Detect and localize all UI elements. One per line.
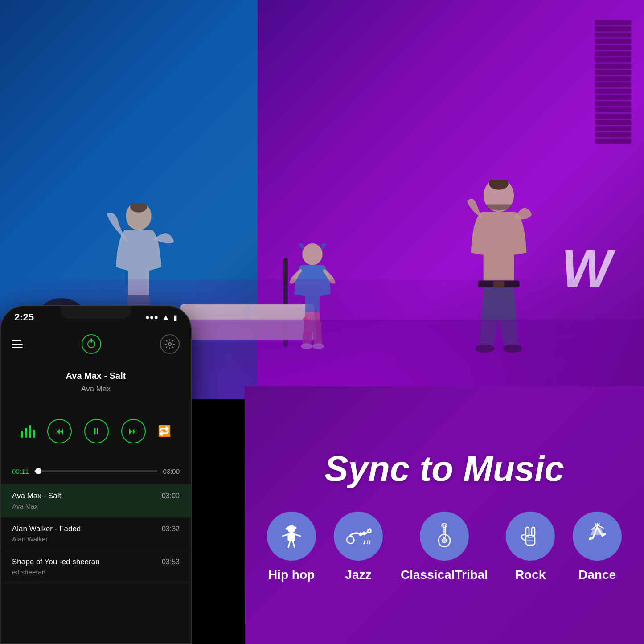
phone: 2:25 ●●● ▲ ▮ — [0, 305, 192, 644]
main-container: W Sync to Music — [0, 0, 644, 644]
controls-area: ⏮ ⏸ ⏭ 🔁 — [1, 404, 191, 458]
song-name-1: Ava Max - Salt — [12, 492, 61, 500]
svg-line-21 — [295, 534, 300, 536]
jazz-icon: ♪♫ — [345, 523, 372, 550]
genre-item-dance[interactable]: Dance — [573, 512, 622, 582]
song-duration-3: 03:53 — [162, 558, 180, 566]
song-row-3[interactable]: Shape of You -ed sheeran 03:53 ed sheera… — [1, 550, 191, 583]
genre-item-rock[interactable]: Rock — [506, 512, 555, 582]
song-artist-3: ed sheeran — [12, 568, 180, 576]
rock-icon-circle — [506, 512, 555, 561]
svg-point-49 — [168, 343, 171, 345]
song-artist-2: Alan Walker — [12, 535, 180, 543]
song-artist-1: Ava Max — [12, 502, 180, 510]
song-name-2: Alan Walker - Faded — [12, 525, 81, 533]
song-name-3: Shape of You -ed sheeran — [12, 558, 100, 566]
svg-text:♪♫: ♪♫ — [363, 538, 371, 546]
now-playing: Ava Max - Salt Ava Max — [1, 360, 191, 404]
app-header — [1, 328, 191, 360]
song-duration-1: 03:00 — [162, 492, 180, 500]
wifi-icon: ▲ — [162, 313, 170, 322]
jazz-label: Jazz — [345, 568, 371, 582]
svg-point-37 — [443, 539, 446, 542]
dance-icon-circle — [573, 512, 622, 561]
equalizer-icon — [21, 424, 35, 438]
status-time: 2:25 — [14, 312, 34, 323]
genre-row: Hip hop — [267, 512, 622, 582]
progress-track[interactable] — [34, 470, 158, 472]
hiphop-label: Hip hop — [268, 568, 315, 582]
pause-button[interactable]: ⏸ — [84, 419, 109, 443]
current-song-title: Ava Max - Salt — [66, 371, 126, 381]
svg-rect-26 — [360, 533, 361, 536]
genre-item-hiphop[interactable]: Hip hop — [267, 512, 316, 582]
next-button[interactable]: ⏭ — [121, 419, 146, 443]
song-list: Ava Max - Salt 03:00 Ava Max Alan Walker… — [1, 484, 191, 643]
sync-title: Sync to Music — [324, 448, 564, 489]
song-row-2[interactable]: Alan Walker - Faded 03:32 Alan Walker — [1, 517, 191, 550]
classical-icon — [431, 523, 458, 550]
dance-label: Dance — [578, 568, 616, 582]
classical-label: ClassicalTribal — [401, 568, 488, 582]
current-artist: Ava Max — [81, 385, 111, 394]
total-time: 03:00 — [163, 468, 180, 475]
progress-area: 00:11 03:00 — [1, 458, 191, 484]
rock-label: Rock — [515, 568, 546, 582]
phone-frame: 2:25 ●●● ▲ ▮ — [0, 305, 192, 644]
battery-icon: ▮ — [173, 313, 177, 322]
svg-line-23 — [293, 541, 295, 547]
repeat-button[interactable]: 🔁 — [158, 425, 171, 437]
window-blinds — [595, 20, 631, 240]
svg-rect-38 — [526, 535, 535, 545]
svg-line-20 — [283, 534, 288, 536]
svg-point-4 — [302, 243, 323, 265]
dance-icon — [584, 523, 611, 550]
previous-button[interactable]: ⏮ — [47, 419, 72, 443]
gear-icon — [164, 339, 175, 349]
genre-item-jazz[interactable]: ♪♫ Jazz — [334, 512, 383, 582]
power-button[interactable] — [82, 334, 101, 354]
hiphop-icon — [278, 523, 305, 550]
progress-thumb — [35, 468, 41, 474]
svg-line-22 — [288, 541, 290, 547]
current-time: 00:11 — [12, 468, 29, 475]
svg-rect-19 — [288, 533, 295, 541]
svg-rect-27 — [364, 532, 365, 535]
status-icons: ●●● ▲ ▮ — [145, 313, 177, 322]
phone-notch — [60, 306, 131, 319]
hiphop-icon-circle — [267, 512, 316, 561]
sync-panel: Sync to Music — [245, 386, 644, 644]
song-duration-2: 03:32 — [162, 525, 180, 533]
classical-icon-circle — [420, 512, 469, 561]
svg-rect-18 — [286, 528, 288, 529]
signal-icon: ●●● — [145, 313, 158, 321]
rock-icon — [517, 523, 544, 550]
jazz-icon-circle: ♪♫ — [334, 512, 383, 561]
settings-button[interactable] — [160, 334, 180, 354]
song-row-1[interactable]: Ava Max - Salt 03:00 Ava Max — [1, 484, 191, 517]
genre-item-classical[interactable]: ClassicalTribal — [401, 512, 488, 582]
menu-icon[interactable] — [12, 340, 23, 348]
